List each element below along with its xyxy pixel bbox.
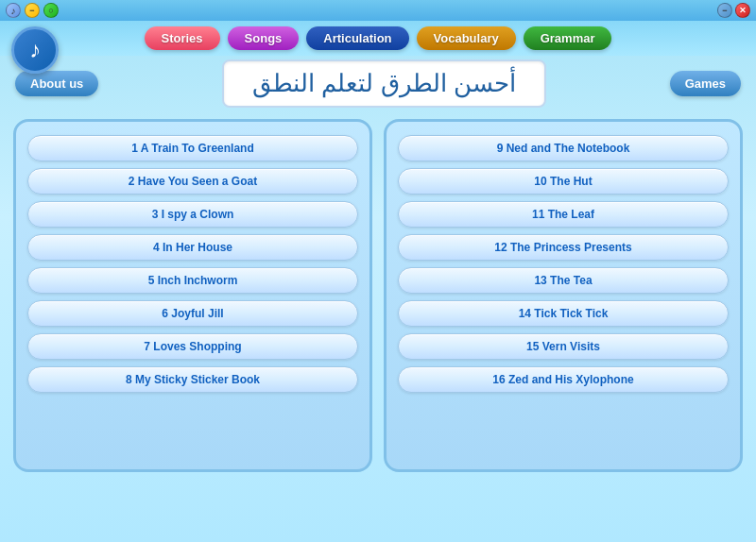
minimize-btn[interactable]: − bbox=[25, 3, 40, 18]
title-bar-left: ♪ − ○ bbox=[6, 3, 59, 18]
right-story-btn-9[interactable]: 9 Ned and The Notebook bbox=[398, 135, 729, 161]
main-content: 1 A Train To Greenland2 Have You Seen a … bbox=[0, 111, 756, 480]
title-bar-right: − ✕ bbox=[717, 3, 750, 18]
right-story-btn-14[interactable]: 14 Tick Tick Tick bbox=[398, 300, 729, 327]
songs-btn[interactable]: Songs bbox=[228, 26, 300, 50]
games-btn[interactable]: Games bbox=[670, 71, 741, 96]
about-us-btn[interactable]: About us bbox=[15, 71, 98, 96]
left-story-panel: 1 A Train To Greenland2 Have You Seen a … bbox=[13, 119, 372, 472]
right-story-btn-13[interactable]: 13 The Tea bbox=[398, 267, 729, 294]
music-title-btn[interactable]: ♪ bbox=[6, 3, 21, 18]
left-story-btn-8[interactable]: 8 My Sticky Sticker Book bbox=[27, 366, 358, 393]
right-story-btn-16[interactable]: 16 Zed and His Xylophone bbox=[398, 366, 729, 393]
right-story-btn-10[interactable]: 10 The Hut bbox=[398, 168, 729, 195]
left-story-btn-4[interactable]: 4 In Her House bbox=[27, 234, 358, 261]
right-story-btn-15[interactable]: 15 Vern Visits bbox=[398, 333, 729, 360]
left-story-btn-6[interactable]: 6 Joyful Jill bbox=[27, 300, 358, 327]
stories-btn[interactable]: Stories bbox=[145, 26, 220, 50]
win-minimize-btn[interactable]: − bbox=[717, 3, 732, 18]
left-story-btn-1[interactable]: 1 A Train To Greenland bbox=[27, 135, 358, 161]
left-story-btn-7[interactable]: 7 Loves Shopping bbox=[27, 333, 358, 360]
right-story-panel: 9 Ned and The Notebook10 The Hut11 The L… bbox=[384, 119, 743, 472]
arabic-title: أحسن الطرق لتعلم النطق bbox=[222, 59, 546, 108]
title-bar: ♪ − ○ − ✕ bbox=[0, 0, 756, 21]
music-note-icon: ♪ bbox=[11, 26, 59, 74]
music-symbol: ♪ bbox=[29, 37, 41, 63]
win-close-btn[interactable]: ✕ bbox=[735, 3, 750, 18]
left-story-btn-5[interactable]: 5 Inch Inchworm bbox=[27, 267, 358, 294]
left-story-btn-2[interactable]: 2 Have You Seen a Goat bbox=[27, 168, 358, 195]
right-story-btn-11[interactable]: 11 The Leaf bbox=[398, 201, 729, 228]
restore-btn[interactable]: ○ bbox=[43, 3, 59, 18]
right-story-btn-12[interactable]: 12 The Princess Presents bbox=[398, 234, 729, 261]
nav-bar: Stories Songs Articulation Vocabulary Gr… bbox=[0, 21, 756, 56]
articulation-btn[interactable]: Articulation bbox=[306, 26, 408, 50]
vocabulary-btn[interactable]: Vocabulary bbox=[417, 26, 516, 50]
grammar-btn[interactable]: Grammar bbox=[524, 26, 612, 50]
header-row: About us أحسن الطرق لتعلم النطق Games bbox=[0, 56, 756, 111]
left-story-btn-3[interactable]: 3 I spy a Clown bbox=[27, 201, 358, 228]
